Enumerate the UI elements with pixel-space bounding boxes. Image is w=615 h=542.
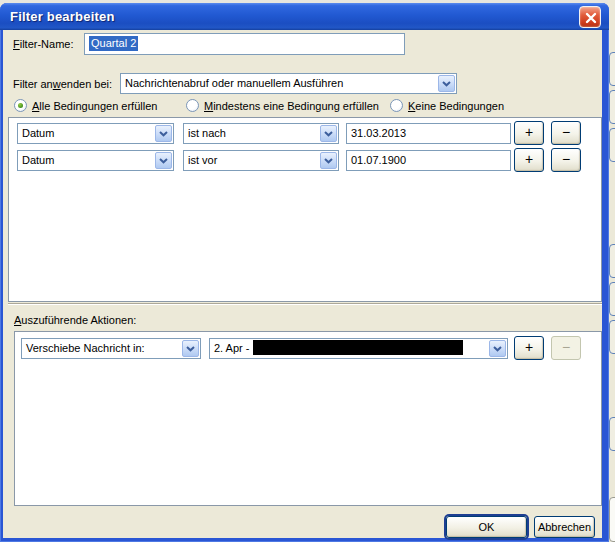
apply-when-label: Filter anwenden bei: bbox=[13, 78, 112, 90]
radio-label: Mindestens eine Bedingung erfüllen bbox=[204, 100, 379, 112]
add-action-button[interactable]: + bbox=[514, 336, 544, 360]
window-title: Filter bearbeiten bbox=[10, 9, 115, 24]
background-window-fragment bbox=[609, 244, 615, 278]
background-window-fragment bbox=[609, 128, 615, 162]
condition-field-select[interactable]: Datum bbox=[17, 150, 174, 171]
remove-action-button: − bbox=[551, 336, 581, 360]
action-target-folder-select[interactable]: 2. Apr - bbox=[209, 338, 508, 359]
condition-value-input[interactable]: 01.07.1900 bbox=[346, 150, 511, 171]
condition-operator-select[interactable]: ist vor bbox=[183, 150, 339, 171]
close-button[interactable] bbox=[579, 6, 601, 28]
background-window-sliver bbox=[608, 0, 615, 542]
background-window-fragment bbox=[609, 52, 615, 86]
cancel-button[interactable]: Abbrechen bbox=[534, 516, 595, 538]
add-condition-button[interactable]: + bbox=[514, 121, 544, 145]
actions-label: Auszuführende Aktionen: bbox=[14, 314, 136, 326]
radio-keine-bedingungen[interactable]: Keine Bedingungen bbox=[390, 98, 504, 113]
apply-when-select[interactable]: Nachrichtenabruf oder manuellem Ausführe… bbox=[120, 73, 457, 94]
radio-alle-bedingungen[interactable]: Alle Bedingungen erfüllen bbox=[14, 98, 157, 113]
radio-label: Alle Bedingungen erfüllen bbox=[32, 100, 157, 112]
action-type-select[interactable]: Verschiebe Nachricht in: bbox=[21, 338, 201, 359]
radio-button-icon bbox=[390, 99, 403, 112]
chevron-down-icon[interactable] bbox=[489, 340, 506, 357]
radio-mindestens-eine-bedingung[interactable]: Mindestens eine Bedingung erfüllen bbox=[186, 98, 379, 113]
background-window-fragment bbox=[609, 282, 615, 316]
close-icon bbox=[584, 11, 598, 25]
radio-label: Keine Bedingungen bbox=[408, 100, 504, 112]
section-separator bbox=[8, 303, 602, 305]
radio-button-icon bbox=[14, 99, 27, 112]
chevron-down-icon[interactable] bbox=[438, 75, 455, 92]
titlebar[interactable]: Filter bearbeiten bbox=[0, 3, 609, 30]
filter-name-selected-text: Quartal 2 bbox=[89, 36, 138, 51]
ok-button[interactable]: OK bbox=[446, 516, 527, 538]
background-window-fragment bbox=[609, 417, 615, 451]
background-window-fragment bbox=[609, 320, 615, 354]
chevron-down-icon[interactable] bbox=[320, 125, 337, 142]
remove-condition-button[interactable]: − bbox=[551, 148, 581, 172]
filter-name-input[interactable]: Quartal 2 bbox=[84, 33, 405, 55]
condition-value-input[interactable]: 31.03.2013 bbox=[346, 123, 511, 144]
add-condition-button[interactable]: + bbox=[514, 148, 544, 172]
condition-operator-select[interactable]: ist nach bbox=[183, 123, 339, 144]
chevron-down-icon[interactable] bbox=[320, 152, 337, 169]
chevron-down-icon[interactable] bbox=[182, 340, 199, 357]
background-window-fragment bbox=[609, 497, 615, 542]
filter-name-label: Filter-Name: bbox=[13, 38, 74, 50]
filter-edit-dialog: Filter bearbeiten Filter-Name: Quartal 2… bbox=[0, 3, 609, 542]
chevron-down-icon[interactable] bbox=[155, 125, 172, 142]
condition-field-select[interactable]: Datum bbox=[17, 123, 174, 144]
chevron-down-icon[interactable] bbox=[155, 152, 172, 169]
actions-list: Verschiebe Nachricht in: 2. Apr - + − bbox=[14, 331, 602, 506]
radio-button-icon bbox=[186, 99, 199, 112]
conditions-list: Datum ist nach 31.03.2013 + − bbox=[8, 117, 602, 302]
background-window-fragment bbox=[609, 90, 615, 124]
remove-condition-button[interactable]: − bbox=[551, 121, 581, 145]
dialog-client-area: Filter-Name: Quartal 2 Filter anwenden b… bbox=[3, 30, 602, 538]
screen: Filter bearbeiten Filter-Name: Quartal 2… bbox=[0, 0, 615, 542]
redacted-folder-name bbox=[253, 340, 463, 355]
